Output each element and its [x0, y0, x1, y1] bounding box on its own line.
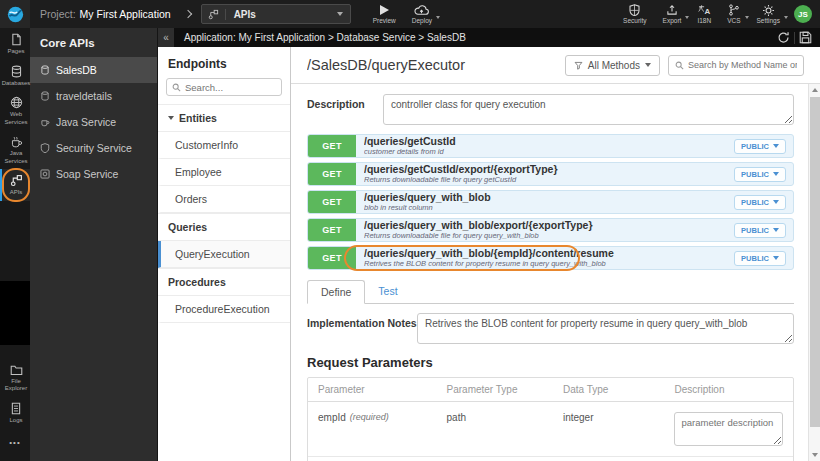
rail-item-pages[interactable]: Pages	[0, 28, 30, 60]
endpoint-path: /queries/query_with_blob/export/{exportT…	[364, 220, 726, 231]
project-name: My First Application	[80, 8, 171, 20]
endpoints-group-procedures: Procedures	[158, 268, 290, 296]
scroll-up-button[interactable]	[809, 84, 820, 96]
cloud-upload-icon	[414, 4, 429, 16]
method-badge: GET	[308, 247, 356, 269]
column-header-data-type: Data Type	[553, 378, 665, 401]
endpoint-path: /queries/getCustId/export/{exportType}	[364, 164, 726, 175]
tab-test[interactable]: Test	[365, 280, 410, 304]
vcs-button[interactable]: VCS	[719, 0, 748, 28]
endpoint-item-orders[interactable]: Orders	[158, 186, 290, 213]
access-dropdown[interactable]: PUBLIC	[734, 195, 786, 210]
page-icon	[10, 33, 23, 46]
project-breadcrumb: Project: My First Application	[40, 8, 171, 20]
endpoint-row[interactable]: GET /queries/getCustId/export/{exportTyp…	[307, 162, 794, 186]
api-node-icon	[202, 9, 226, 20]
core-api-security-service[interactable]: Security Service	[30, 135, 157, 161]
filter-icon	[574, 61, 583, 70]
scrollbar-thumb[interactable]	[810, 97, 820, 427]
caret-down-icon	[773, 228, 779, 232]
endpoint-row[interactable]: GET /queries/query_with_blob blob in res…	[307, 190, 794, 214]
user-avatar[interactable]: JS	[794, 5, 812, 23]
access-dropdown[interactable]: PUBLIC	[734, 139, 786, 154]
security-button[interactable]: Security	[615, 0, 654, 28]
app-logo[interactable]	[0, 0, 30, 28]
rail-item-java-services[interactable]: Java Services	[0, 130, 30, 169]
endpoint-row-selected[interactable]: GET /queries/query_with_blob/{empId}/con…	[307, 246, 794, 270]
implementation-notes-row: Implementation Notes Retrives the BLOB c…	[307, 313, 794, 344]
access-dropdown[interactable]: PUBLIC	[734, 167, 786, 182]
endpoint-summary: Retrives the BLOB content for property r…	[364, 259, 726, 268]
endpoints-search[interactable]	[166, 78, 282, 96]
endpoints-group-entities[interactable]: Entities	[158, 104, 290, 132]
endpoint-item-queryexecution[interactable]: QueryExecution	[158, 241, 290, 268]
rail-item-apis[interactable]: APIs	[0, 169, 30, 201]
tab-define[interactable]: Define	[307, 280, 365, 304]
endpoint-item-employee[interactable]: Employee	[158, 159, 290, 186]
core-api-java-service[interactable]: Java Service	[30, 109, 157, 135]
core-apis-title: Core APIs	[30, 28, 157, 57]
caret-down-icon	[645, 63, 651, 67]
branch-icon	[728, 4, 740, 16]
description-input[interactable]: controller class for query execution	[383, 94, 794, 125]
caret-down-icon	[773, 144, 779, 148]
core-api-traveldetails[interactable]: traveldetails	[30, 83, 157, 109]
method-search[interactable]	[668, 55, 804, 76]
caret-down-icon	[773, 200, 779, 204]
core-api-soap-service[interactable]: Soap Service	[30, 161, 157, 187]
page-title: /SalesDB/queryExecutor	[307, 57, 557, 73]
param-type: query	[437, 457, 553, 461]
endpoint-row[interactable]: GET /queries/getCustId customer details …	[307, 134, 794, 158]
endpoint-item-procedureexecution[interactable]: ProcedureExecution	[158, 296, 290, 323]
rail-overflow-button[interactable]: •••	[0, 438, 30, 455]
export-button[interactable]: Export	[655, 0, 690, 28]
endpoint-item-customerinfo[interactable]: CustomerInfo	[158, 132, 290, 159]
access-dropdown[interactable]: PUBLIC	[734, 251, 786, 266]
method-search-input[interactable]	[688, 60, 797, 70]
chevron-down-icon	[436, 16, 440, 19]
main-scroll-area: Description controller class for query e…	[291, 84, 820, 461]
search-icon	[675, 61, 684, 70]
preview-button[interactable]: Preview	[365, 0, 404, 28]
endpoints-search-input[interactable]	[185, 82, 276, 93]
endpoint-path: /queries/getCustId	[364, 136, 726, 147]
param-description-input[interactable]	[674, 412, 783, 446]
endpoints-panel: Endpoints Entities CustomerInfo Employee…	[158, 47, 291, 461]
logs-icon	[10, 402, 22, 415]
rail-item-file-explorer[interactable]: File Explorer	[0, 359, 30, 397]
left-icon-rail: Pages Databases Web Services Java Servic…	[0, 28, 30, 461]
rail-item-databases[interactable]: Databases	[0, 60, 30, 92]
core-apis-panel: Core APIs SalesDB traveldetails Java Ser…	[30, 28, 158, 461]
endpoint-summary: customer details from id	[364, 147, 726, 156]
scroll-down-button[interactable]	[809, 449, 820, 461]
top-bar: Project: My First Application APIs Previ…	[0, 0, 820, 28]
implementation-notes-input[interactable]: Retrives the BLOB content for property r…	[417, 313, 794, 344]
module-selector[interactable]: APIs	[201, 4, 351, 24]
refresh-button[interactable]	[773, 28, 794, 47]
rail-dark-patch	[0, 281, 30, 345]
rail-item-web-services[interactable]: Web Services	[0, 91, 30, 130]
database-icon	[10, 65, 23, 78]
save-icon	[799, 31, 812, 44]
settings-button[interactable]: Settings	[749, 0, 789, 28]
method-filter-dropdown[interactable]: All Methods	[565, 55, 660, 76]
save-button[interactable]	[795, 28, 816, 47]
description-row: Description controller class for query e…	[307, 94, 794, 125]
endpoint-path: /queries/query_with_blob	[364, 192, 726, 203]
access-dropdown[interactable]: PUBLIC	[734, 223, 786, 238]
panel-collapse-button[interactable]: «	[158, 28, 174, 47]
deploy-button[interactable]: Deploy	[404, 0, 440, 28]
search-icon	[172, 83, 181, 92]
endpoints-title: Endpoints	[158, 47, 290, 78]
endpoint-path: /queries/query_with_blob/{empId}/content…	[364, 248, 726, 259]
method-badge: GET	[308, 219, 356, 241]
request-parameters-title: Request Parameters	[307, 355, 794, 370]
i18n-button[interactable]: A I18N	[689, 0, 719, 28]
core-api-salesdb[interactable]: SalesDB	[30, 57, 157, 83]
refresh-icon	[777, 31, 790, 44]
folder-icon	[10, 364, 23, 376]
vertical-scrollbar[interactable]	[808, 84, 820, 461]
main-header: /SalesDB/queryExecutor All Methods	[291, 47, 820, 84]
endpoint-row[interactable]: GET /queries/query_with_blob/export/{exp…	[307, 218, 794, 242]
rail-item-logs[interactable]: Logs	[0, 397, 30, 429]
